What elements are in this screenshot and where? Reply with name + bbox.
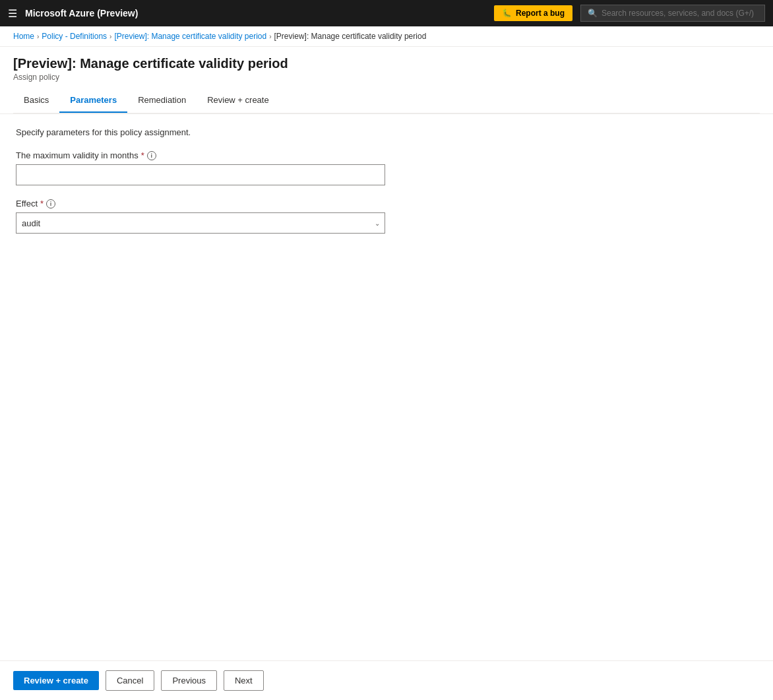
max-validity-label: The maximum validity in months * i [16, 150, 757, 160]
search-box: 🔍 [580, 5, 765, 22]
bug-icon: 🐛 [502, 9, 512, 18]
page-header: [Preview]: Manage certificate validity p… [0, 47, 773, 114]
breadcrumb-policy-definitions[interactable]: Policy - Definitions [42, 32, 107, 41]
previous-button[interactable]: Previous [161, 670, 217, 691]
search-icon: 🔍 [588, 9, 598, 18]
next-button[interactable]: Next [224, 670, 264, 691]
report-bug-button[interactable]: 🐛 Report a bug [494, 5, 572, 21]
max-validity-required: * [141, 150, 144, 160]
effect-required: * [40, 199, 44, 208]
effect-select-wrapper: audit deny disabled ⌄ [16, 212, 385, 234]
breadcrumb: Home › Policy - Definitions › [Preview]:… [0, 26, 773, 47]
section-description: Specify parameters for this policy assig… [16, 127, 757, 137]
review-create-button[interactable]: Review + create [13, 671, 99, 690]
breadcrumb-sep-1: › [37, 33, 39, 40]
breadcrumb-sep-2: › [109, 33, 111, 40]
tab-parameters[interactable]: Parameters [59, 88, 127, 113]
max-validity-input[interactable] [16, 164, 385, 185]
max-validity-info-icon[interactable]: i [147, 151, 156, 160]
effect-info-icon[interactable]: i [46, 199, 55, 208]
tab-review-create[interactable]: Review + create [197, 88, 280, 113]
breadcrumb-manage-cert[interactable]: [Preview]: Manage certificate validity p… [114, 32, 266, 41]
tab-remediation[interactable]: Remediation [127, 88, 197, 113]
breadcrumb-sep-3: › [269, 33, 271, 40]
effect-field-group: Effect * i audit deny disabled ⌄ [16, 199, 757, 234]
page-subtitle: Assign policy [13, 73, 760, 82]
effect-select[interactable]: audit deny disabled [16, 212, 385, 234]
tabs: Basics Parameters Remediation Review + c… [13, 88, 760, 113]
content-area: Specify parameters for this policy assig… [0, 114, 773, 660]
app-title: Microsoft Azure (Preview) [25, 8, 486, 18]
breadcrumb-current: [Preview]: Manage certificate validity p… [274, 32, 427, 41]
page-wrapper: ☰ Microsoft Azure (Preview) 🐛 Report a b… [0, 0, 773, 700]
max-validity-field-group: The maximum validity in months * i [16, 150, 757, 185]
cancel-button[interactable]: Cancel [106, 670, 154, 691]
effect-label: Effect * i [16, 199, 757, 208]
tab-basics[interactable]: Basics [13, 88, 59, 113]
breadcrumb-home[interactable]: Home [13, 32, 34, 41]
search-input[interactable] [602, 9, 758, 18]
page-title: [Preview]: Manage certificate validity p… [13, 56, 760, 71]
hamburger-icon[interactable]: ☰ [8, 7, 17, 20]
footer-bar: Review + create Cancel Previous Next [0, 660, 773, 700]
top-nav: ☰ Microsoft Azure (Preview) 🐛 Report a b… [0, 0, 773, 26]
main-content: Specify parameters for this policy assig… [0, 114, 773, 576]
